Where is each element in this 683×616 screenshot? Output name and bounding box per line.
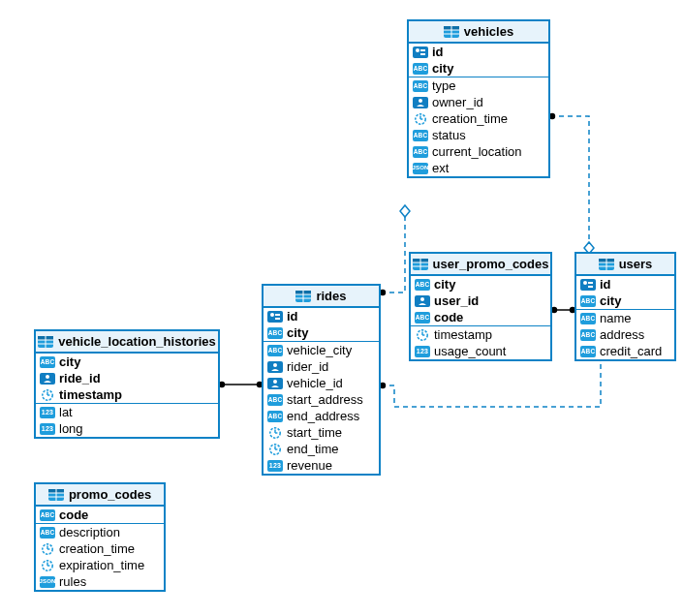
text-type-icon: ABC [413,62,428,76]
column-id[interactable]: id [264,308,379,324]
column-label: city [432,61,453,76]
id-icon [267,310,283,323]
column-current_location[interactable]: ABCcurrent_location [409,143,548,160]
column-label: current_location [432,144,522,159]
entity-users[interactable]: usersidABCcityABCnameABCaddressABCcredit… [574,252,676,361]
text-type-icon: ABC [580,345,596,358]
column-label: expiration_time [59,558,144,572]
column-lat[interactable]: 123lat [36,403,218,420]
column-label: name [600,311,632,325]
column-start_time[interactable]: start_time [264,424,379,441]
column-start_address[interactable]: ABCstart_address [264,391,379,408]
text-type-icon: ABC [415,278,430,292]
column-vehicle_id[interactable]: vehicle_id [264,375,379,391]
column-city[interactable]: ABCcity [409,60,548,77]
entity-header[interactable]: vehicles [409,21,548,44]
column-label: id [600,277,611,292]
column-long[interactable]: 123long [36,420,218,437]
column-user_id[interactable]: user_id [411,293,550,309]
entity-columns: idABCcityABCtypeowner_idcreation_timeABC… [409,44,548,176]
column-label: status [432,128,466,142]
text-type-icon: ABC [267,344,283,357]
text-type-icon: ABC [413,129,428,142]
foreign-key-icon [267,377,283,390]
entity-rides[interactable]: ridesidABCcityABCvehicle_cityrider_idveh… [262,284,381,476]
entity-vehicle_location_histories[interactable]: vehicle_location_historiesABCcityride_id… [34,329,220,439]
column-rules[interactable]: JSONrules [36,573,164,590]
column-ride_id[interactable]: ride_id [36,370,218,386]
column-address[interactable]: ABCaddress [576,326,674,343]
column-city[interactable]: ABCcity [411,276,550,293]
column-label: start_address [287,392,363,407]
timestamp-type-icon [40,542,55,556]
column-expiration_time[interactable]: expiration_time [36,557,164,573]
column-label: rider_id [287,359,328,374]
svg-rect-17 [416,48,419,52]
entity-header[interactable]: rides [264,286,379,308]
column-end_time[interactable]: end_time [264,441,379,457]
column-owner_id[interactable]: owner_id [409,94,548,110]
column-rider_id[interactable]: rider_id [264,358,379,375]
column-label: code [59,508,88,522]
column-code[interactable]: ABCcode [36,507,164,523]
column-creation_time[interactable]: creation_time [409,110,548,127]
table-icon [48,489,64,501]
column-timestamp[interactable]: timestamp [411,325,550,343]
svg-rect-47 [275,314,280,316]
text-type-icon: ABC [415,311,430,324]
entity-header[interactable]: vehicle_location_histories [36,331,218,354]
svg-point-62 [46,375,49,379]
column-ext[interactable]: JSONext [409,160,548,176]
column-creation_time[interactable]: creation_time [36,540,164,557]
text-type-icon: ABC [580,294,596,308]
entity-columns: ABCcityuser_idABCcodetimestamp123usage_c… [411,276,550,359]
column-id[interactable]: id [409,44,548,60]
column-end_address[interactable]: ABCend_address [264,408,379,424]
column-label: ext [432,161,449,175]
column-label: owner_id [432,95,483,109]
timestamp-type-icon [267,426,283,440]
entity-header[interactable]: user_promo_codes [411,254,550,276]
column-label: usage_count [434,344,506,358]
id-icon [580,278,596,292]
timestamp-type-icon [40,559,55,572]
column-id[interactable]: id [576,276,674,293]
column-timestamp[interactable]: timestamp [36,386,218,403]
column-label: description [59,525,120,539]
timestamp-type-icon [415,328,430,342]
column-city[interactable]: ABCcity [264,324,379,341]
column-description[interactable]: ABCdescription [36,523,164,540]
entity-promo_codes[interactable]: promo_codesABCcodeABCdescriptioncreation… [34,482,166,592]
column-name[interactable]: ABCname [576,309,674,326]
column-credit_card[interactable]: ABCcredit_card [576,343,674,359]
entity-vehicles[interactable]: vehiclesidABCcityABCtypeowner_idcreation… [407,19,550,178]
entity-user_promo_codes[interactable]: user_promo_codesABCcityuser_idABCcodetim… [409,252,552,361]
column-label: timestamp [59,387,122,402]
column-label: user_id [434,293,479,308]
entity-columns: idABCcityABCvehicle_cityrider_idvehicle_… [264,308,379,474]
column-vehicle_city[interactable]: ABCvehicle_city [264,341,379,358]
svg-point-49 [273,363,277,367]
column-city[interactable]: ABCcity [36,354,218,370]
svg-rect-38 [583,281,587,285]
entity-header[interactable]: users [576,254,674,276]
text-type-icon: ABC [267,326,283,340]
entity-title: vehicles [464,24,513,39]
entity-columns: ABCcodeABCdescriptioncreation_timeexpira… [36,507,164,590]
column-usage_count[interactable]: 123usage_count [411,343,550,359]
timestamp-type-icon [413,112,428,126]
entity-header[interactable]: promo_codes [36,484,164,507]
column-label: city [59,354,80,369]
svg-point-29 [420,297,424,301]
column-code[interactable]: ABCcode [411,309,550,325]
foreign-key-icon [415,294,430,308]
column-type[interactable]: ABCtype [409,77,548,94]
column-label: lat [59,405,73,419]
column-status[interactable]: ABCstatus [409,127,548,143]
column-label: code [434,310,463,324]
table-icon [413,259,428,270]
column-city[interactable]: ABCcity [576,293,674,309]
column-revenue[interactable]: 123revenue [264,457,379,474]
column-label: id [287,309,298,323]
column-label: vehicle_city [287,343,352,357]
